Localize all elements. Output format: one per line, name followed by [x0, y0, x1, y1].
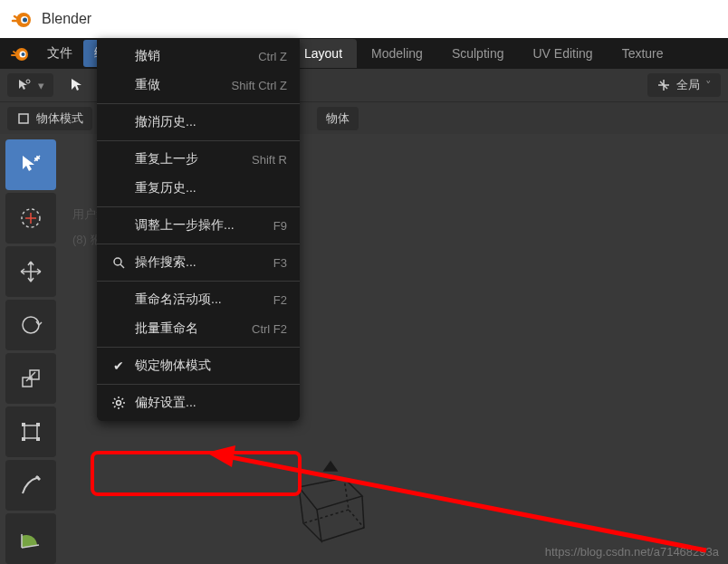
tool-measure[interactable]	[5, 513, 56, 564]
menu-repeat-history[interactable]: 重复历史...	[97, 174, 300, 203]
menu-rename-active[interactable]: 重命名活动项...F2	[97, 285, 300, 314]
window-title: Blender	[42, 11, 91, 27]
object-mode-dropdown[interactable]: 物体模式	[7, 107, 92, 130]
svg-point-2	[23, 18, 27, 23]
app-area: 文件 编辑 渲染 窗口 帮助 Layout Modeling Sculpting…	[0, 38, 728, 564]
menu-repeat-last[interactable]: 重复上一步Shift R	[97, 145, 300, 174]
window-title-bar: Blender	[0, 0, 728, 38]
search-icon	[112, 256, 125, 269]
menu-adjust-last[interactable]: 调整上一步操作...F9	[97, 211, 300, 240]
cursor-mode-dropdown[interactable]: ▾	[7, 73, 53, 97]
svg-point-9	[23, 317, 39, 333]
menu-separator	[97, 347, 300, 348]
svg-rect-13	[22, 423, 25, 426]
menu-operator-search[interactable]: 操作搜索...F3	[97, 248, 300, 277]
object-menu-button[interactable]: 物体	[317, 107, 359, 130]
svg-point-18	[114, 258, 121, 265]
tab-texture[interactable]: Texture	[608, 39, 678, 68]
svg-rect-7	[19, 114, 28, 123]
svg-point-5	[22, 53, 25, 56]
select-cursor-icon[interactable]	[68, 76, 86, 94]
menu-undo[interactable]: 撤销Ctrl Z	[97, 42, 300, 71]
blender-logo-icon	[11, 8, 33, 30]
axis-icon	[656, 78, 671, 92]
menu-batch-rename[interactable]: 批量重命名Ctrl F2	[97, 314, 300, 343]
menu-lock-object-mode[interactable]: ✔锁定物体模式	[97, 351, 300, 380]
gear-icon	[111, 396, 126, 410]
menu-separator	[97, 244, 300, 244]
left-toolbar	[5, 139, 56, 564]
viewport-cube-wireframe	[281, 451, 380, 550]
menu-undo-history[interactable]: 撤消历史...	[97, 108, 300, 137]
edit-dropdown-menu: 撤销Ctrl Z 重做Shift Ctrl Z 撤消历史... 重复上一步Shi…	[97, 38, 300, 421]
menu-preferences[interactable]: 偏好设置...	[97, 388, 300, 417]
watermark-text: https://blog.csdn.net/a71468293a	[545, 545, 719, 559]
tool-cursor[interactable]	[5, 193, 56, 244]
svg-point-6	[26, 80, 30, 83]
transform-orientation-dropdown[interactable]: 全局 ˅	[647, 73, 721, 97]
tool-annotate[interactable]	[5, 460, 56, 511]
svg-rect-14	[36, 423, 40, 426]
menu-separator	[97, 103, 300, 104]
cursor-icon	[16, 77, 33, 93]
tool-rotate[interactable]	[5, 300, 56, 350]
tab-modeling[interactable]: Modeling	[357, 39, 437, 68]
tool-transform[interactable]	[5, 406, 56, 457]
tool-scale[interactable]	[5, 353, 56, 404]
tab-uv[interactable]: UV Editing	[518, 39, 607, 68]
svg-rect-12	[24, 425, 37, 438]
blender-icon[interactable]	[9, 43, 31, 64]
menu-separator	[97, 140, 300, 141]
checkmark-icon: ✔	[110, 358, 128, 373]
svg-rect-16	[36, 437, 40, 441]
workspace-tabs: Layout Modeling Sculpting UV Editing Tex…	[290, 39, 678, 68]
svg-marker-17	[324, 462, 337, 471]
menu-separator	[97, 281, 300, 282]
menu-separator	[97, 206, 300, 207]
tool-select-box[interactable]	[5, 139, 56, 190]
menu-separator	[97, 384, 300, 385]
tab-sculpting[interactable]: Sculpting	[437, 39, 519, 68]
svg-point-19	[117, 401, 121, 406]
svg-rect-15	[22, 437, 25, 441]
tool-move[interactable]	[5, 246, 56, 297]
object-mode-icon	[16, 111, 31, 126]
menu-redo[interactable]: 重做Shift Ctrl Z	[97, 71, 300, 100]
tab-layout[interactable]: Layout	[290, 39, 357, 68]
menu-file[interactable]: 文件	[36, 40, 83, 67]
